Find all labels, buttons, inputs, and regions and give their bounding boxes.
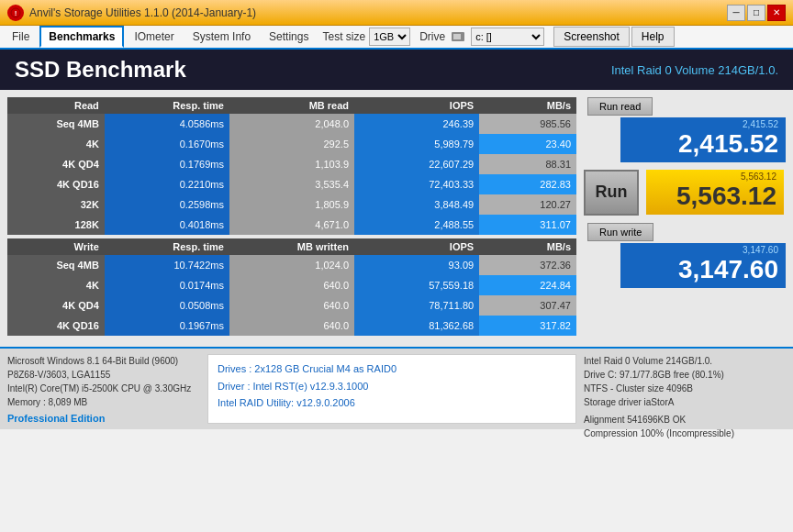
- run-button[interactable]: Run: [584, 170, 639, 216]
- bottom-bar: Microsoft Windows 8.1 64-Bit Build (9600…: [0, 347, 793, 429]
- col-resp: Resp. time: [105, 97, 229, 114]
- cell-resp: 4.0586ms: [105, 114, 229, 134]
- cell-mbs: 372.36: [479, 255, 576, 275]
- cell-mb: 640.0: [229, 275, 354, 295]
- close-button[interactable]: ✕: [767, 5, 786, 21]
- read-score-sub: 2,415.52: [743, 119, 778, 129]
- row-label: Seq 4MB: [7, 255, 105, 275]
- row-label: 4K QD4: [7, 154, 105, 174]
- col-mb-written: MB written: [229, 238, 354, 255]
- intel-info: Intel Raid 0 Volume 214GB/1.0. Drive C: …: [584, 354, 786, 424]
- app-icon: !: [7, 5, 24, 21]
- sys-line4: Memory : 8,089 MB: [7, 395, 200, 409]
- cell-resp: 0.0174ms: [105, 275, 229, 295]
- info-line1: Intel Raid 0 Volume 214GB/1.0.: [584, 354, 786, 368]
- col-write: Write: [7, 238, 105, 255]
- write-table-row: 4K QD16 0.1967ms 640.0 81,362.68 317.82: [7, 316, 576, 336]
- cell-mbs: 317.82: [479, 316, 576, 336]
- cell-mb: 640.0: [229, 316, 354, 336]
- cell-resp: 0.4018ms: [105, 215, 229, 235]
- info-line2: Drive C: 97.1/77.8GB free (80.1%): [584, 368, 786, 382]
- drive-icon: [451, 30, 465, 43]
- svg-text:!: !: [15, 9, 17, 17]
- read-table-row: 4K 0.1670ms 292.5 5,989.79 23.40: [7, 134, 576, 154]
- read-score-box: 2,415.52 2,415.52: [620, 117, 786, 162]
- cell-mb: 1,103.9: [229, 154, 354, 174]
- testsize-label: Test size: [322, 30, 365, 43]
- run-write-button[interactable]: Run write: [587, 223, 653, 241]
- cell-mb: 1,024.0: [229, 255, 354, 275]
- read-table-row: 4K QD4 0.1769ms 1,103.9 22,607.29 88.31: [7, 154, 576, 174]
- row-label: 128K: [7, 215, 105, 235]
- menu-sysinfo[interactable]: System Info: [184, 27, 259, 47]
- sys-line3: Intel(R) Core(TM) i5-2500K CPU @ 3.30GHz: [7, 382, 200, 395]
- read-table: Read Resp. time MB read IOPS MB/s Seq 4M…: [7, 97, 576, 235]
- cell-resp: 0.1670ms: [105, 134, 229, 154]
- info-line6: Alignment 541696KB OK: [584, 413, 786, 427]
- professional-edition: Professional Edition: [7, 411, 200, 427]
- write-table: Write Resp. time MB written IOPS MB/s Se…: [7, 238, 576, 336]
- col-read: Read: [7, 97, 105, 114]
- cell-mbs: 282.83: [479, 174, 576, 194]
- read-score-main: 2,415.52: [628, 130, 778, 159]
- drives-line2: Driver : Intel RST(e) v12.9.3.1000: [218, 378, 566, 395]
- main-content: Read Resp. time MB read IOPS MB/s Seq 4M…: [0, 90, 793, 347]
- cell-iops: 81,362.68: [354, 316, 479, 336]
- header: SSD Benchmark Intel Raid 0 Volume 214GB/…: [0, 50, 793, 90]
- menu-iometer[interactable]: IOmeter: [126, 27, 182, 47]
- menu-benchmarks[interactable]: Benchmarks: [39, 26, 124, 48]
- cell-iops: 22,607.29: [354, 154, 479, 174]
- col-mbs-w: MB/s: [479, 238, 576, 255]
- cell-mb: 4,671.0: [229, 215, 354, 235]
- testsize-area: Test size 1GB: [322, 28, 410, 46]
- drives-info: Drives : 2x128 GB Crucial M4 as RAID0 Dr…: [207, 354, 576, 424]
- cell-iops: 2,488.55: [354, 215, 479, 235]
- window-title: Anvil's Storage Utilities 1.1.0 (2014-Ja…: [29, 6, 256, 19]
- testsize-select[interactable]: 1GB: [369, 28, 410, 46]
- cell-resp: 0.2210ms: [105, 174, 229, 194]
- menubar: File Benchmarks IOmeter System Info Sett…: [0, 26, 793, 50]
- col-iops-w: IOPS: [354, 238, 479, 255]
- help-button[interactable]: Help: [631, 27, 675, 47]
- cell-resp: 0.0508ms: [105, 295, 229, 316]
- cell-resp: 0.2598ms: [105, 194, 229, 215]
- cell-mb: 3,535.4: [229, 174, 354, 194]
- cell-mb: 2,048.0: [229, 114, 354, 134]
- row-label: 4K: [7, 275, 105, 295]
- cell-resp: 0.1769ms: [105, 154, 229, 174]
- drive-select[interactable]: c: []: [471, 28, 544, 46]
- run-read-button[interactable]: Run read: [587, 97, 653, 116]
- read-score-section: Run read 2,415.52 2,415.52: [584, 97, 786, 162]
- write-score-main: 3,147.60: [628, 256, 778, 284]
- screenshot-button[interactable]: Screenshot: [553, 27, 630, 47]
- sys-line2: P8Z68-V/3603, LGA1155: [7, 368, 200, 382]
- cell-mbs: 23.40: [479, 134, 576, 154]
- write-table-row: 4K QD4 0.0508ms 640.0 78,711.80 307.47: [7, 295, 576, 316]
- row-label: 4K QD16: [7, 316, 105, 336]
- drives-line1: Drives : 2x128 GB Crucial M4 as RAID0: [218, 360, 566, 378]
- drive-label: Drive: [419, 30, 445, 43]
- system-info: Microsoft Windows 8.1 64-Bit Build (9600…: [7, 354, 200, 424]
- drive-info: Intel Raid 0 Volume 214GB/1.0.: [611, 63, 778, 77]
- write-score-box: 3,147.60 3,147.60: [620, 243, 786, 288]
- cell-mbs: 985.56: [479, 114, 576, 134]
- row-label: Seq 4MB: [7, 114, 105, 134]
- col-iops: IOPS: [354, 97, 479, 114]
- read-table-row: 128K 0.4018ms 4,671.0 2,488.55 311.07: [7, 215, 576, 235]
- row-label: 32K: [7, 194, 105, 215]
- write-table-row: 4K 0.0174ms 640.0 57,559.18 224.84: [7, 275, 576, 295]
- cell-mbs: 311.07: [479, 215, 576, 235]
- read-table-row: 32K 0.2598ms 1,805.9 3,848.49 120.27: [7, 194, 576, 215]
- col-resp-w: Resp. time: [105, 238, 229, 255]
- cell-iops: 57,559.18: [354, 275, 479, 295]
- cell-mbs: 120.27: [479, 194, 576, 215]
- read-table-row: Seq 4MB 4.0586ms 2,048.0 246.39 985.56: [7, 114, 576, 134]
- col-mb-read: MB read: [229, 97, 354, 114]
- col-mbs: MB/s: [479, 97, 576, 114]
- maximize-button[interactable]: □: [747, 5, 765, 21]
- cell-mbs: 307.47: [479, 295, 576, 316]
- menu-settings[interactable]: Settings: [261, 27, 317, 47]
- menu-file[interactable]: File: [4, 27, 38, 47]
- row-label: 4K QD4: [7, 295, 105, 316]
- minimize-button[interactable]: ─: [727, 5, 745, 21]
